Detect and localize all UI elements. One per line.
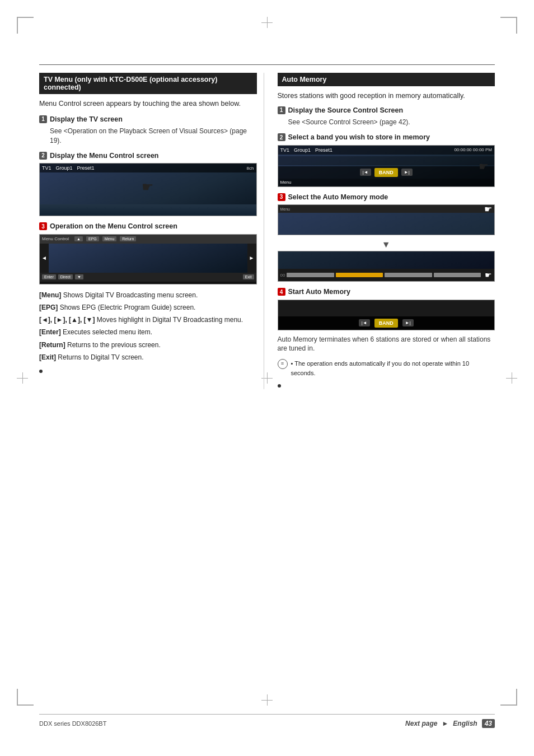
page-number: 43 (482, 719, 495, 728)
tv-bottom-2: Menu (278, 179, 495, 186)
step-3-title: Operation on the Menu Control screen (50, 222, 177, 232)
step4-prev: |◄ (359, 319, 370, 326)
step-2-num: 2 (39, 152, 47, 160)
left-bullet-row (39, 367, 257, 373)
corner-mark-bl (17, 689, 34, 706)
right-step-4-title: Start Auto Memory (288, 287, 350, 297)
hand-cursor-step2: ☛ (142, 179, 154, 195)
left-column: TV Menu (only with KTC-D500E (optional a… (39, 73, 264, 389)
step-1: 1 Display the TV screen See <Operation o… (39, 115, 257, 146)
crosshair-bottom (261, 694, 273, 706)
menu-btn-menu: Menu (102, 236, 117, 241)
auto-mem-desc: Stores stations with good reception in m… (278, 91, 495, 101)
right-step-1-num: 1 (278, 106, 285, 114)
step-2: 2 Display the Menu Control screen TV1 Gr… (39, 151, 257, 217)
right-bullet-row (278, 382, 495, 388)
tv-next-btn: ►| (401, 169, 413, 176)
menu-bottom-down: ▼ (75, 274, 83, 279)
tv-controls-2: |◄ BAND ►| ☛ (278, 166, 495, 179)
right-step-2-title: Select a band you wish to store in memor… (288, 133, 430, 143)
corner-mark-tl (17, 17, 34, 34)
menu-btn-return: Return (120, 236, 136, 241)
right-column: Auto Memory Stores stations with good re… (278, 73, 495, 389)
menu-btn-up: ▲ (74, 236, 83, 241)
key-return: [Return] Returns to the previous screen. (39, 340, 257, 351)
menu-bottom-bar: Enter Direct ▼ Exit (40, 273, 256, 282)
arrow-down: ▼ (382, 240, 391, 250)
step4-band: BAND (374, 319, 398, 328)
next-page-label: Next page (405, 720, 437, 727)
key-descriptions: [Menu] Shows Digital TV Broadcasting men… (39, 290, 257, 363)
right-step-3-num: 3 (278, 193, 285, 201)
right-step-2-num: 2 (278, 133, 285, 141)
corner-mark-br (500, 689, 517, 706)
right-step-1-header: 1 Display the Source Control Screen (278, 106, 495, 116)
hand-cursor-2: ☛ (479, 160, 489, 173)
right-step-3-screen-a: Menu ☛ (278, 204, 495, 235)
left-section-header: TV Menu (only with KTC-D500E (optional a… (39, 73, 257, 94)
right-step-2-screenshot: TV1 Group1 Preset1 00:00:00 00:00 PM |◄ … (278, 145, 495, 187)
menu-video-area (49, 244, 247, 273)
footer-left: DDX series DDX8026BT (39, 720, 106, 727)
next-page-arrow: ► (442, 720, 448, 727)
step4-controls: |◄ BAND ►| (278, 316, 495, 330)
crosshair-left (17, 372, 28, 384)
right-step-4-header: 4 Start Auto Memory (278, 287, 495, 297)
note-icon: ≡ (278, 359, 288, 369)
step4-next: ►| (402, 319, 414, 326)
hand-cursor-3b: ☛ (485, 270, 492, 279)
right-step-4-num: 4 (278, 288, 285, 296)
note-text: • The operation ends automatically if yo… (291, 359, 495, 377)
step-1-num: 1 (39, 115, 47, 123)
step-2-title: Display the Menu Control screen (50, 151, 158, 161)
right-step-3-screenshots: Menu ☛ ▼ (278, 204, 495, 282)
crosshair-right (506, 372, 517, 384)
key-enter: [Enter] Executes selected menu item. (39, 327, 257, 338)
right-step-1-desc: See <Source Control Screen> (page 42). (288, 118, 495, 127)
right-step-1: 1 Display the Source Control Screen See … (278, 106, 495, 127)
right-step-3-title: Select the Auto Memory mode (288, 193, 388, 203)
menu-top-bar: Menu Control ▲ EPG Menu Return (40, 235, 256, 244)
step-2-screenshot: TV1 Group1 Preset1 8ch ☛ (39, 163, 257, 216)
step-3-screenshot: Menu Control ▲ EPG Menu Return ◄ ► (39, 234, 257, 284)
step-2-header: 2 Display the Menu Control screen (39, 151, 257, 161)
right-step-4: 4 Start Auto Memory |◄ BAND ►| Auto Memo… (278, 287, 495, 353)
menu-bottom-direct: Direct (58, 274, 73, 279)
bullet-dot (39, 370, 43, 373)
top-divider (39, 64, 495, 65)
key-exit: [Exit] Returns to Digital TV screen. (39, 352, 257, 363)
menu-nav-right: ► (247, 244, 256, 273)
left-intro: Menu Control screen appears by touching … (39, 99, 257, 109)
key-menu: [Menu] Shows Digital TV Broadcasting men… (39, 290, 257, 301)
footer-language: English (453, 720, 477, 727)
tv-screen-2: TV1 Group1 Preset1 8ch ☛ (40, 164, 256, 216)
right-section-header: Auto Memory (278, 73, 495, 86)
tv-prev-btn: |◄ (360, 169, 371, 176)
step-1-title: Display the TV screen (50, 115, 123, 125)
right-step-1-title: Display the Source Control Screen (288, 106, 404, 116)
step-3-num: 3 (39, 222, 47, 230)
menu-btn-epg: EPG (86, 236, 99, 241)
right-step-2: 2 Select a band you wish to store in mem… (278, 133, 495, 187)
step-1-header: 1 Display the TV screen (39, 115, 257, 125)
right-step-2-header: 2 Select a band you wish to store in mem… (278, 133, 495, 143)
menu-bottom-enter: Enter (42, 274, 56, 279)
step-1-desc: See <Operation on the Playback Screen of… (50, 127, 257, 146)
terminate-text: Auto Memory terminates when 6 stations a… (278, 335, 495, 354)
columns-layout: TV Menu (only with KTC-D500E (optional a… (39, 73, 495, 389)
footer-right: Next page ► English 43 (405, 719, 495, 728)
right-step-3: 3 Select the Auto Memory mode Menu ☛ (278, 193, 495, 282)
menu-mid-area: ◄ ► (40, 244, 256, 273)
footer: DDX series DDX8026BT Next page ► English… (39, 714, 495, 728)
right-bullet-dot (278, 384, 281, 388)
corner-mark-tr (500, 17, 517, 34)
main-content: TV Menu (only with KTC-D500E (optional a… (39, 64, 495, 694)
tv-band-btn: BAND (374, 168, 398, 177)
menu-nav-left: ◄ (40, 244, 49, 273)
key-epg: [EPG] Shows EPG (Electric Program Guide)… (39, 302, 257, 313)
key-arrows: [◄], [►], [▲], [▼] Moves highlight in Di… (39, 315, 257, 325)
right-step-4-screenshot: |◄ BAND ►| (278, 300, 495, 330)
step-3-header: 3 Operation on the Menu Control screen (39, 222, 257, 232)
step-3: 3 Operation on the Menu Control screen M… (39, 222, 257, 284)
right-step-3-header: 3 Select the Auto Memory mode (278, 193, 495, 203)
